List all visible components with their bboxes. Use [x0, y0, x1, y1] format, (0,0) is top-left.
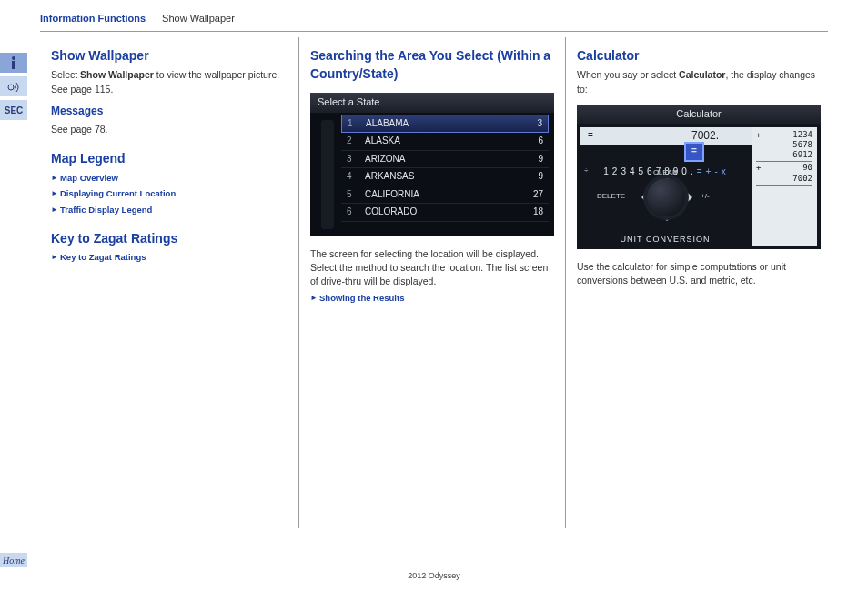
state-row[interactable]: 5CALIFORNIA27 [341, 186, 549, 205]
tab-home[interactable]: Home [0, 553, 27, 567]
scrollbar[interactable] [321, 120, 334, 229]
heading-messages: Messages [51, 104, 288, 119]
breadcrumb-section: Information Functions [40, 13, 146, 24]
column-2: Searching the Area You Select (Within a … [298, 37, 565, 528]
state-row-num: 6 [347, 206, 358, 219]
select-state-title: Select a State [310, 93, 554, 113]
plusminus-label: +/- [701, 191, 710, 202]
op-divide[interactable]: ÷ [584, 166, 588, 176]
calc-title: Calculator [577, 105, 821, 124]
digit-2[interactable]: 2 [612, 166, 619, 179]
show-wallpaper-text: Select Show Wallpaper to view the wallpa… [51, 68, 288, 95]
screenshot-calculator: Calculator = 7002. +123456786912+907002 … [577, 105, 821, 249]
messages-text: See page 78. [51, 123, 288, 136]
state-row-num: 3 [347, 153, 358, 166]
state-row-name: CALIFORNIA [365, 188, 516, 202]
voice-icon [7, 81, 20, 92]
column-3: Calculator When you say or select Calcul… [565, 37, 832, 528]
tab-info[interactable] [0, 53, 27, 73]
page: Information Functions Show Wallpaper Sho… [40, 13, 832, 528]
svg-point-0 [12, 56, 15, 60]
ref-current-location[interactable]: Displaying Current Location [51, 187, 288, 200]
svg-point-2 [8, 85, 14, 90]
state-row-count: 3 [522, 117, 542, 131]
equals-button[interactable]: = [684, 142, 704, 162]
history-entry: 7002 [756, 174, 812, 184]
calc-eq-sign: = [588, 129, 601, 143]
ref-zagat[interactable]: Key to Zagat Ratings [51, 251, 288, 264]
digit-.[interactable]: . [691, 166, 694, 179]
calc-history: +123456786912+907002 [752, 127, 817, 246]
state-row-name: ALASKA [365, 135, 516, 148]
dial-knob[interactable] [647, 178, 685, 216]
digit-3[interactable]: 3 [621, 166, 627, 179]
arrow-right-icon[interactable] [688, 193, 697, 202]
calculator-desc: Use the calculator for simple computatio… [577, 260, 821, 287]
tab-sec[interactable]: SEC [0, 100, 27, 120]
state-row-count: 27 [523, 188, 543, 202]
columns: Show Wallpaper Select Show Wallpaper to … [40, 37, 832, 528]
state-list: 1ALABAMA32ALASKA63ARIZONA94ARKANSAS95CAL… [341, 115, 549, 222]
heading-map-legend: Map Legend [51, 149, 288, 167]
state-row[interactable]: 3ARIZONA9 [341, 151, 549, 169]
op-x[interactable]: x [722, 166, 727, 179]
ref-traffic-legend[interactable]: Traffic Display Legend [51, 204, 288, 216]
delete-label: DELETE [597, 191, 625, 202]
op--[interactable]: - [714, 166, 718, 179]
state-row-num: 5 [347, 188, 358, 202]
digit-4[interactable]: 4 [630, 166, 636, 179]
info-icon [9, 56, 18, 69]
svg-rect-1 [12, 61, 15, 69]
state-row[interactable]: 2ALASKA6 [341, 133, 549, 151]
calculator-intro: When you say or select Calculator, the d… [577, 68, 821, 95]
state-row-name: ARIZONA [365, 153, 516, 166]
state-row-count: 18 [523, 206, 543, 219]
state-row[interactable]: 4ARKANSAS9 [341, 168, 549, 186]
op-=[interactable]: = [697, 166, 703, 179]
digit-1[interactable]: 1 [603, 166, 610, 179]
state-row-count: 6 [523, 135, 543, 148]
divider [40, 31, 828, 32]
breadcrumb-page: Show Wallpaper [162, 13, 235, 24]
screenshot-select-state: Select a State 1ALABAMA32ALASKA63ARIZONA… [310, 93, 554, 236]
digit-0[interactable]: 0 [681, 166, 688, 179]
heading-zagat: Key to Zagat Ratings [51, 229, 288, 247]
footer-note: 2012 Odyssey [0, 571, 868, 580]
heading-show-wallpaper: Show Wallpaper [51, 46, 288, 65]
breadcrumb: Information Functions Show Wallpaper [40, 13, 832, 24]
state-row-name: ARKANSAS [365, 170, 516, 184]
state-row-count: 9 [523, 170, 543, 184]
heading-search-area: Searching the Area You Select (Within a … [310, 46, 554, 84]
heading-calculator: Calculator [577, 46, 821, 65]
state-row-num: 1 [348, 117, 358, 131]
arrow-down-icon[interactable] [662, 216, 671, 226]
digit-6[interactable]: 6 [647, 166, 653, 179]
history-divider [756, 185, 812, 186]
calc-dial-area: ÷ = 1234567890.=+-x CLEAR DELETE +/- [580, 149, 750, 179]
op-+[interactable]: + [706, 166, 712, 179]
column-1: Show Wallpaper Select Show Wallpaper to … [40, 37, 298, 528]
state-row-name: COLORADO [365, 206, 516, 219]
state-row-num: 4 [347, 170, 358, 184]
state-row[interactable]: 1ALABAMA3 [341, 115, 549, 134]
search-area-text: The screen for selecting the location wi… [310, 247, 554, 289]
digit-5[interactable]: 5 [639, 166, 645, 179]
tab-voice[interactable] [0, 76, 27, 96]
history-entry: 6912 [756, 150, 812, 160]
state-row[interactable]: 6COLORADO18 [341, 204, 549, 222]
ref-showing-results[interactable]: Showing the Results [310, 292, 554, 305]
history-divider [756, 161, 812, 162]
ref-map-overview[interactable]: Map Overview [51, 172, 288, 185]
arrow-left-icon[interactable] [637, 193, 646, 202]
state-row-count: 9 [523, 153, 543, 166]
history-entry: +90 [756, 163, 812, 173]
state-row-name: ALABAMA [366, 117, 515, 131]
history-entry: +1234 [756, 130, 812, 140]
unit-conversion-button[interactable]: UNIT CONVERSION [580, 234, 750, 246]
history-entry: 5678 [756, 140, 812, 150]
state-row-num: 2 [347, 135, 358, 148]
side-tabs: SEC [0, 53, 27, 124]
